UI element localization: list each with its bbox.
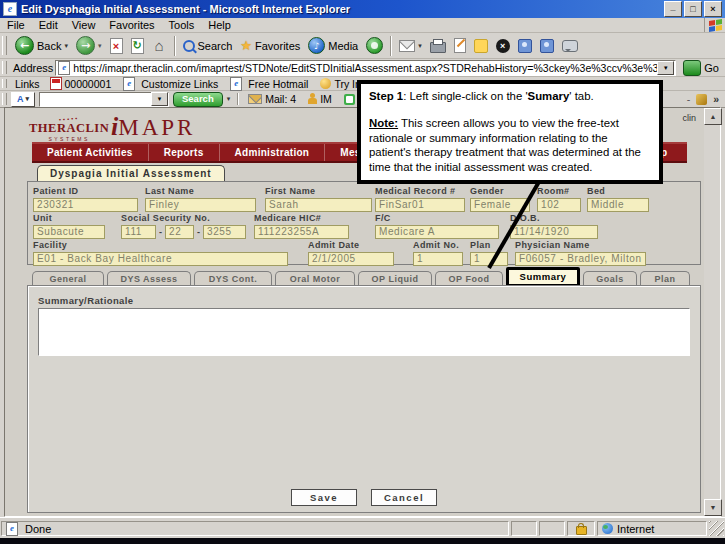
aim-logo-icon: A [17, 94, 24, 104]
notes-button[interactable] [470, 35, 492, 57]
resize-grip[interactable] [709, 521, 724, 536]
links-label: Links [11, 78, 44, 90]
ssn-part3-input[interactable]: 3255 [203, 225, 246, 239]
msn-icon [344, 94, 355, 105]
callout-note-line: Note: This screen allows you to view the… [369, 116, 651, 174]
messenger-button[interactable] [514, 35, 536, 57]
field-admit-no: Admit No. 1 [413, 240, 463, 266]
maximize-button[interactable]: □ [684, 1, 702, 17]
print-button[interactable] [426, 35, 450, 57]
forward-button[interactable]: → ▾ [72, 35, 106, 57]
field-dob: D.O.B. 11/14/1920 [510, 213, 598, 239]
tools-icon[interactable] [696, 94, 707, 105]
physician-input[interactable]: F06057 - Bradley, Milton [515, 252, 646, 266]
scroll-up-icon[interactable]: ▲ [704, 108, 722, 125]
toolbar-grip[interactable] [2, 36, 7, 55]
toolbar-separator [174, 36, 176, 56]
menu-tools[interactable]: Tools [162, 18, 202, 32]
admit-date-input[interactable]: 2/1/2005 [308, 252, 394, 266]
save-button[interactable]: Save [291, 489, 357, 506]
media-button[interactable]: ♪ Media [304, 35, 362, 57]
edit-icon [454, 38, 466, 53]
go-button[interactable]: Go [680, 60, 725, 76]
summary-textarea[interactable] [38, 308, 690, 356]
mail-button[interactable]: ▾ [395, 35, 426, 57]
field-unit: Unit Subacute [33, 213, 105, 239]
aim-logo-button[interactable]: A ▾ [11, 92, 35, 107]
stop-button[interactable]: × [106, 35, 127, 57]
ssn-part1-input[interactable]: 111 [121, 225, 156, 239]
address-dropdown-icon[interactable]: ▾ [657, 61, 674, 75]
status-pane: e Done [1, 521, 509, 536]
scrollbar-track[interactable] [704, 125, 720, 499]
bed-input[interactable]: Middle [587, 198, 649, 212]
back-dropdown-icon[interactable]: ▾ [64, 42, 68, 50]
field-admit-date: Admit Date 2/1/2005 [308, 240, 394, 266]
mail-dropdown-icon[interactable]: ▾ [418, 42, 422, 50]
companion-search-input[interactable]: ▾ [39, 92, 169, 107]
search-dropdown-icon[interactable]: ▾ [227, 95, 231, 103]
menu-help[interactable]: Help [201, 18, 238, 32]
edit-button[interactable] [450, 35, 470, 57]
nav-patient-activities[interactable]: Patient Activities [32, 144, 149, 161]
page-icon: e [230, 77, 242, 91]
facility-input[interactable]: E01 - Back Bay Healthcare [33, 252, 288, 266]
back-button[interactable]: ← Back ▾ [11, 35, 72, 57]
address-input[interactable]: e https://imapr.theraclin.com/imaprtest/… [55, 60, 676, 76]
instruction-callout: Step 1: Left single-click on the 'Sumary… [357, 80, 663, 184]
address-url[interactable]: https://imapr.theraclin.com/imaprtest/ST… [73, 62, 657, 74]
patient-id-input[interactable]: 230321 [33, 198, 138, 212]
admit-no-input[interactable]: 1 [413, 252, 463, 266]
nav-administration[interactable]: Administration [220, 144, 326, 161]
search-button[interactable]: Search [179, 35, 237, 57]
mail-icon [399, 40, 415, 52]
links-grip[interactable] [2, 79, 7, 89]
field-facility: Facility E01 - Back Bay Healthcare [33, 240, 288, 266]
fc-input[interactable]: Medicare A [375, 225, 499, 239]
im-button[interactable]: IM [302, 93, 338, 105]
companion-search-button[interactable]: Search [173, 92, 223, 107]
address-grip[interactable] [2, 61, 7, 74]
medical-record-input[interactable]: FinSar01 [375, 198, 465, 212]
assessment-note-tab[interactable]: Dyspagia Initial Assessment [37, 165, 225, 182]
menu-file[interactable]: File [0, 18, 32, 32]
brand-wordmark: THERACLIN SYSTEMS [29, 117, 109, 142]
security-pane [567, 521, 595, 536]
nav-reports[interactable]: Reports [149, 144, 220, 161]
history-button[interactable] [362, 35, 387, 57]
menu-favorites[interactable]: Favorites [102, 18, 161, 32]
plan-input[interactable]: 1 [470, 252, 508, 266]
mail-count-button[interactable]: Mail: 4 [242, 93, 302, 105]
dob-input[interactable]: 11/14/1920 [510, 225, 598, 239]
scroll-down-icon[interactable]: ▼ [704, 499, 722, 516]
medicare-hic-input[interactable]: 111223255A [254, 225, 349, 239]
minimize-button[interactable]: _ [664, 1, 682, 17]
favorites-button[interactable]: ★ Favorites [236, 35, 304, 57]
page-scrollbar[interactable]: ▲ ▼ [704, 108, 720, 516]
forward-dropdown-icon[interactable]: ▾ [98, 42, 102, 50]
gender-input[interactable]: Female [470, 198, 530, 212]
field-ssn: Social Security No. 111 - 22 - 3255 [121, 213, 246, 239]
link-item-free-hotmail[interactable]: e Free Hotmail [224, 77, 314, 91]
contacts-button[interactable] [536, 35, 558, 57]
toolbar-overflow-chevron[interactable]: » [713, 93, 719, 105]
cancel-button[interactable]: Cancel [371, 489, 437, 506]
room-input[interactable]: 102 [537, 198, 581, 212]
refresh-button[interactable]: ↻ [127, 35, 148, 57]
internet-zone-icon [602, 523, 613, 534]
unit-input[interactable]: Subacute [33, 225, 105, 239]
menu-view[interactable]: View [65, 18, 103, 32]
tab-summary[interactable]: Summary [506, 267, 580, 287]
link-item-00000001[interactable]: 00000001 [44, 77, 118, 90]
companion-grip[interactable] [2, 93, 7, 105]
close-button[interactable]: × [704, 1, 722, 17]
home-button[interactable]: ⌂ [148, 35, 171, 57]
messenger-stop-button[interactable]: × [492, 35, 514, 57]
last-name-input[interactable]: Finley [145, 198, 256, 212]
first-name-input[interactable]: Sarah [265, 198, 372, 212]
discuss-button[interactable] [558, 35, 582, 57]
combobox-dropdown-icon[interactable]: ▾ [151, 92, 168, 106]
menu-edit[interactable]: Edit [32, 18, 65, 32]
link-item-customize-links[interactable]: e Customize Links [117, 77, 224, 91]
ssn-part2-input[interactable]: 22 [165, 225, 194, 239]
